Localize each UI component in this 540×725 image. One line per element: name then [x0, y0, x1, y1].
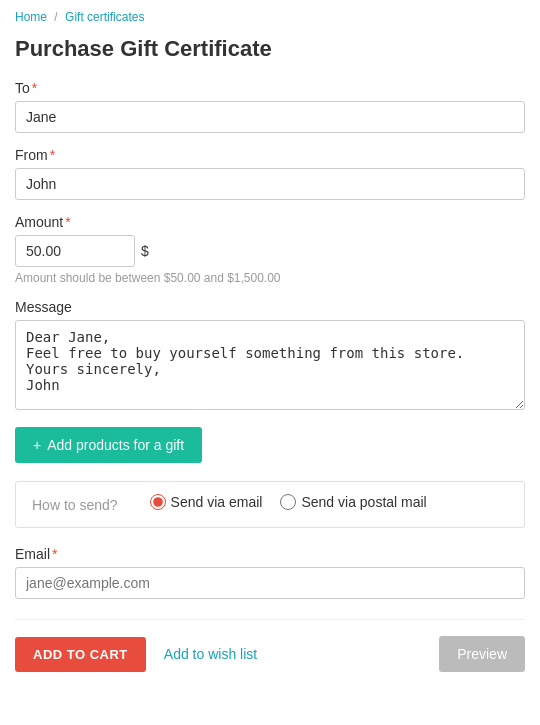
- message-field-group: Message: [15, 299, 525, 413]
- message-textarea[interactable]: [15, 320, 525, 410]
- to-field-group: To*: [15, 80, 525, 133]
- send-method-radio-group: Send via email Send via postal mail: [150, 494, 427, 515]
- page-title: Purchase Gift Certificate: [15, 36, 525, 62]
- amount-symbol: $: [141, 243, 149, 259]
- from-label: From*: [15, 147, 525, 163]
- email-label: Email*: [15, 546, 525, 562]
- send-email-radio[interactable]: [150, 494, 166, 510]
- from-field-group: From*: [15, 147, 525, 200]
- preview-button[interactable]: Preview: [439, 636, 525, 672]
- amount-hint: Amount should be between $50.00 and $1,5…: [15, 271, 525, 285]
- from-input[interactable]: [15, 168, 525, 200]
- to-label: To*: [15, 80, 525, 96]
- send-postal-option[interactable]: Send via postal mail: [280, 494, 426, 510]
- email-input[interactable]: [15, 567, 525, 599]
- send-postal-label: Send via postal mail: [301, 494, 426, 510]
- add-products-button[interactable]: + Add products for a gift: [15, 427, 202, 463]
- send-email-label: Send via email: [171, 494, 263, 510]
- add-to-cart-button[interactable]: ADD TO CART: [15, 637, 146, 672]
- from-required: *: [50, 147, 55, 163]
- amount-field-group: Amount* $ Amount should be between $50.0…: [15, 214, 525, 285]
- breadcrumb-home[interactable]: Home: [15, 10, 47, 24]
- amount-required: *: [65, 214, 70, 230]
- send-postal-radio[interactable]: [280, 494, 296, 510]
- how-to-send-label: How to send?: [32, 497, 118, 513]
- breadcrumb: Home / Gift certificates: [15, 10, 525, 24]
- to-input[interactable]: [15, 101, 525, 133]
- amount-label: Amount*: [15, 214, 525, 230]
- message-label: Message: [15, 299, 525, 315]
- add-products-label: Add products for a gift: [47, 437, 184, 453]
- add-wishlist-button[interactable]: Add to wish list: [146, 636, 275, 672]
- breadcrumb-separator: /: [54, 10, 57, 24]
- email-required: *: [52, 546, 57, 562]
- how-to-send-section: How to send? Send via email Send via pos…: [15, 481, 525, 528]
- send-email-option[interactable]: Send via email: [150, 494, 263, 510]
- amount-row: $: [15, 235, 525, 267]
- to-required: *: [32, 80, 37, 96]
- add-products-icon: +: [33, 437, 41, 453]
- footer-buttons: ADD TO CART Add to wish list Preview: [15, 619, 525, 672]
- email-field-group: Email*: [15, 546, 525, 599]
- amount-input[interactable]: [15, 235, 135, 267]
- breadcrumb-current[interactable]: Gift certificates: [65, 10, 144, 24]
